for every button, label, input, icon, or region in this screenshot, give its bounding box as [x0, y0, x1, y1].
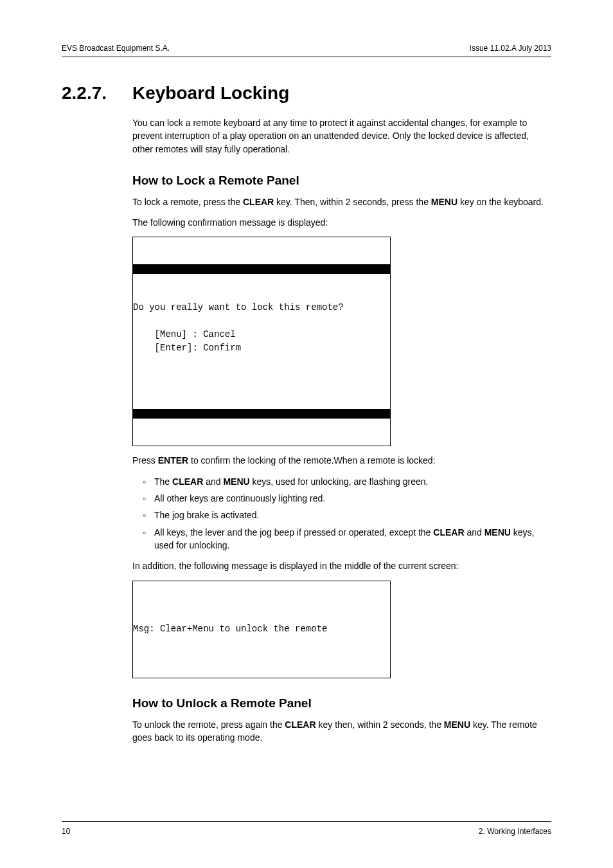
unlock-heading: How to Unlock a Remote Panel: [132, 696, 551, 710]
lock-p4: In addition, the following message is di…: [132, 559, 551, 572]
text: All keys, the lever and the jog beep if …: [154, 527, 433, 538]
running-header: EVS Broadcast Equipment S.A. Issue 11.02…: [62, 44, 551, 57]
menu-key: MENU: [223, 476, 249, 487]
header-right: Issue 11.02.A July 2013: [470, 44, 551, 53]
lock-p1: To lock a remote, press the CLEAR key. T…: [132, 195, 551, 208]
list-item: All keys, the lever and the jog beep if …: [154, 526, 551, 552]
text: keys, used for unlocking, are flashing g…: [250, 476, 429, 487]
text: to confirm the locking of the remote.Whe…: [188, 455, 435, 466]
list-item: All other keys are continuously lighting…: [154, 492, 551, 505]
lock-heading: How to Lock a Remote Panel: [132, 174, 551, 188]
enter-key: ENTER: [158, 455, 188, 466]
list-item: The CLEAR and MENU keys, used for unlock…: [154, 475, 551, 488]
lock-p2: The following confirmation message is di…: [132, 216, 551, 229]
text: key on the keyboard.: [458, 197, 544, 207]
clear-key: CLEAR: [172, 476, 203, 487]
header-left: EVS Broadcast Equipment S.A.: [62, 44, 170, 53]
lock-p3: Press ENTER to confirm the locking of th…: [132, 454, 551, 467]
section-number: 2.2.7.: [62, 83, 132, 104]
text: The: [154, 476, 172, 487]
list-item: The jog brake is activated.: [154, 509, 551, 521]
locked-behaviour-list: The CLEAR and MENU keys, used for unlock…: [132, 475, 551, 552]
dialog-line1: Do you really want to lock this remote?: [133, 302, 344, 312]
clear-key: CLEAR: [243, 197, 274, 207]
dialog-line2: [Menu] : Cancel: [133, 329, 236, 339]
text: Press: [132, 455, 158, 466]
status-line: Msg: Clear+Menu to unlock the remote: [133, 624, 327, 634]
menu-key: MENU: [484, 527, 511, 538]
text: key then, within 2 seconds, the: [316, 719, 444, 730]
menu-key: MENU: [431, 197, 458, 207]
clear-key: CLEAR: [285, 719, 315, 730]
chapter-label: 2. Working Interfaces: [479, 827, 551, 836]
menu-key: MENU: [444, 719, 470, 730]
section-title: Keyboard Locking: [132, 83, 289, 104]
bar-top: [133, 264, 390, 274]
status-message-box: Msg: Clear+Menu to unlock the remote: [132, 581, 391, 678]
text: and: [465, 527, 484, 538]
bar-bottom: [133, 409, 390, 419]
intro-paragraph: You can lock a remote keyboard at any ti…: [132, 116, 551, 156]
section-heading: 2.2.7. Keyboard Locking: [62, 83, 551, 104]
text: key. Then, within 2 seconds, press the: [274, 197, 431, 207]
unlock-p1: To unlock the remote, press again the CL…: [132, 718, 551, 745]
dialog-line3: [Enter]: Confirm: [133, 343, 241, 353]
page-number: 10: [62, 827, 70, 836]
clear-key: CLEAR: [433, 527, 464, 538]
text: To lock a remote, press the: [132, 197, 243, 207]
text: and: [203, 476, 223, 487]
running-footer: 10 2. Working Interfaces: [62, 821, 551, 836]
text: To unlock the remote, press again the: [132, 719, 285, 730]
confirm-dialog-box: Do you really want to lock this remote? …: [132, 237, 391, 446]
